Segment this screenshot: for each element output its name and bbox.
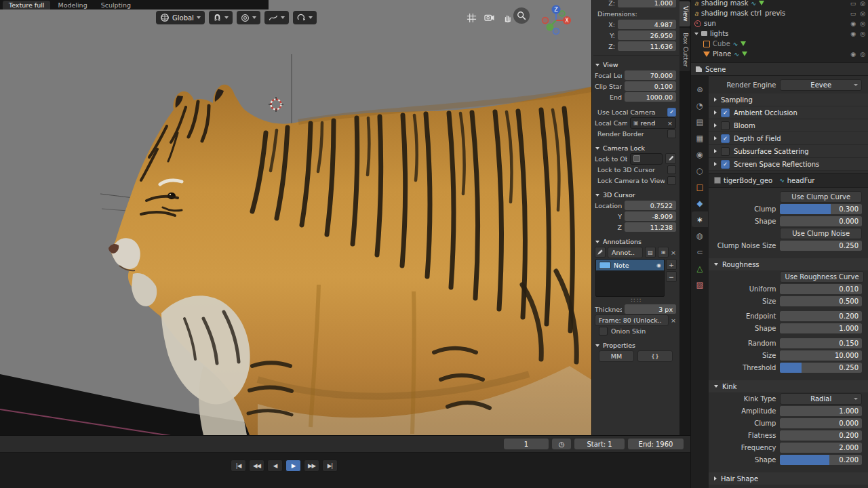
disable-render-icon[interactable]: ◎	[860, 10, 865, 17]
breadcrumb-object[interactable]: tigerBody_geo	[714, 177, 772, 184]
bloom-checkbox[interactable]	[721, 121, 730, 130]
gizmo-neg-z[interactable]	[553, 28, 559, 35]
section-ambient-occlusion[interactable]: Ambient Occlusion	[709, 106, 868, 119]
section-depth-of-field[interactable]: Depth of Field	[709, 132, 868, 145]
kink-type-dropdown[interactable]: Radial	[780, 393, 862, 405]
outliner-row[interactable]: Cube ∿	[691, 39, 868, 49]
jump-to-start-button[interactable]: |◀	[231, 460, 246, 472]
kink-clump-slider[interactable]: 0.000	[780, 418, 862, 428]
proportional-falloff-dropdown[interactable]	[264, 11, 289, 24]
outliner-row[interactable]: a shading mask ∿ ▭ ◎	[691, 0, 868, 8]
kink-shape-slider[interactable]: 0.200	[780, 455, 862, 465]
tab-output[interactable]: ▤	[692, 114, 708, 129]
kink-flatness-slider[interactable]: 0.200	[780, 430, 862, 441]
mm-button[interactable]: MM	[599, 350, 634, 362]
layer-color-swatch[interactable]	[599, 262, 611, 269]
navigation-gizmo[interactable]: Z X	[538, 3, 574, 39]
annotation-layer-list[interactable]: Note ◉	[595, 259, 665, 297]
outliner-row-collection[interactable]: lights ◉ ◎	[691, 28, 868, 39]
list-resize-grip[interactable]: ∷ ∷	[592, 298, 680, 304]
onion-skin-checkbox[interactable]	[599, 327, 608, 336]
3d-viewport[interactable]: Texture full Modeling Sculpting Global	[0, 0, 591, 435]
disable-viewport-icon[interactable]: ▭	[850, 10, 856, 17]
lock-to-object-field[interactable]	[630, 153, 663, 165]
auto-keying-button[interactable]: ◷	[552, 439, 571, 449]
next-keyframe-button[interactable]: ▶▶	[304, 460, 319, 472]
remove-layer-button[interactable]: −	[666, 271, 677, 282]
rough-size-slider[interactable]: 0.500	[780, 296, 862, 306]
depth-of-field-checkbox[interactable]	[721, 134, 730, 143]
kink-section-header[interactable]: Kink	[709, 380, 868, 392]
annotation-tool-button[interactable]	[595, 247, 606, 258]
use-clump-noise-button[interactable]: Use Clump Noise	[780, 228, 862, 239]
workspace-tab-modeling[interactable]: Modeling	[52, 1, 93, 9]
clear-icon[interactable]: ×	[667, 119, 673, 127]
outliner[interactable]: a shading mask ∿ ▭ ◎ a shading mask ctrl…	[691, 0, 868, 62]
show-overlays-button[interactable]	[465, 12, 477, 24]
frame-clear-icon[interactable]: ×	[671, 317, 676, 324]
annotation-frame-button[interactable]: Frame: 80 (Unlock..	[595, 314, 669, 326]
frame-start-field[interactable]: Start:1	[574, 439, 625, 449]
rough-random-slider[interactable]: 0.150	[780, 338, 862, 348]
dim-y-field[interactable]: 26.950	[618, 30, 676, 40]
camera-view-button[interactable]	[484, 12, 496, 24]
tiger-model[interactable]	[108, 85, 591, 435]
hide-icon[interactable]: ◉	[850, 30, 856, 37]
roughness-section-header[interactable]: Roughness	[709, 258, 868, 270]
tab-render[interactable]: ◔	[692, 98, 708, 113]
clump-shape-slider[interactable]: 0.000	[780, 216, 862, 226]
eyedropper-button[interactable]	[665, 153, 676, 164]
transform-pivot-dropdown[interactable]	[293, 11, 317, 24]
disable-render-icon[interactable]: ◎	[860, 0, 865, 7]
transform-orientation-dropdown[interactable]: Global	[156, 11, 205, 24]
rough-uniform-slider[interactable]: 0.010	[780, 284, 862, 294]
gizmo-y-axis[interactable]	[547, 24, 554, 31]
outliner-row[interactable]: Plane ∿ ◉ ◎	[691, 49, 868, 59]
tab-object-data[interactable]: △	[692, 260, 708, 276]
hair-shape-section-header[interactable]: Hair Shape	[709, 472, 868, 485]
section-sampling[interactable]: Sampling	[709, 94, 868, 106]
tab-physics[interactable]: ◍	[692, 228, 708, 243]
use-roughness-curve-button[interactable]: Use Roughness Curve	[780, 271, 863, 283]
rough-endpoint-slider[interactable]: 0.200	[780, 311, 862, 321]
tab-modifiers[interactable]: ◆	[692, 195, 708, 211]
clump-slider[interactable]: 0.300	[780, 204, 862, 214]
rough-random-size-slider[interactable]: 10.000	[780, 350, 862, 361]
camera-lock-section-header[interactable]: Camera Lock	[592, 142, 680, 153]
play-reverse-button[interactable]: ◀	[267, 460, 283, 472]
cursor-x-field[interactable]: 0.7522	[625, 201, 676, 210]
workspace-tab-sculpting[interactable]: Sculpting	[95, 1, 137, 9]
thickness-field[interactable]: 3 px	[625, 304, 676, 314]
clump-noise-size-slider[interactable]: 0.250	[780, 241, 862, 251]
disable-viewport-icon[interactable]: ▭	[850, 0, 856, 7]
expand-arrow-icon[interactable]	[694, 33, 698, 35]
frame-end-field[interactable]: End:1960	[628, 439, 684, 449]
gizmo-neg-y[interactable]	[559, 11, 565, 16]
screen-space-reflections-checkbox[interactable]	[721, 160, 730, 169]
use-local-camera-checkbox[interactable]	[667, 108, 676, 117]
tab-particles[interactable]: ∗	[692, 211, 708, 227]
tab-object[interactable]: □	[692, 179, 708, 195]
lock-camera-to-view-checkbox[interactable]	[667, 176, 676, 185]
render-border-checkbox[interactable]	[667, 129, 676, 138]
properties-section-header[interactable]: Properties	[592, 340, 680, 350]
move-view-button[interactable]	[502, 12, 514, 24]
section-bloom[interactable]: Bloom	[709, 119, 868, 132]
breadcrumb-particle-system[interactable]: ∿ headFur	[779, 177, 814, 184]
kink-amplitude-slider[interactable]: 1.000	[780, 406, 862, 416]
tab-constraints[interactable]: ⊂	[692, 244, 708, 260]
transform-z-field[interactable]: 1.000	[618, 0, 676, 7]
ambient-occlusion-checkbox[interactable]	[721, 108, 730, 117]
3d-cursor[interactable]	[269, 97, 283, 113]
tab-view-layer[interactable]: ▦	[692, 130, 708, 146]
disable-render-icon[interactable]: ◎	[860, 20, 865, 27]
disable-render-icon[interactable]: ◎	[860, 30, 865, 37]
current-frame-field[interactable]: 1	[504, 439, 549, 449]
workspace-tab-texture-full[interactable]: Texture full	[3, 1, 50, 9]
clip-end-field[interactable]: 1000.00	[625, 92, 676, 102]
dim-x-field[interactable]: 4.987	[618, 20, 676, 29]
cursor-z-field[interactable]: 11.238	[625, 222, 676, 232]
3d-cursor-section-header[interactable]: 3D Cursor	[592, 189, 680, 200]
render-engine-dropdown[interactable]: Eevee	[780, 79, 862, 91]
disable-render-icon[interactable]: ◎	[860, 51, 865, 58]
